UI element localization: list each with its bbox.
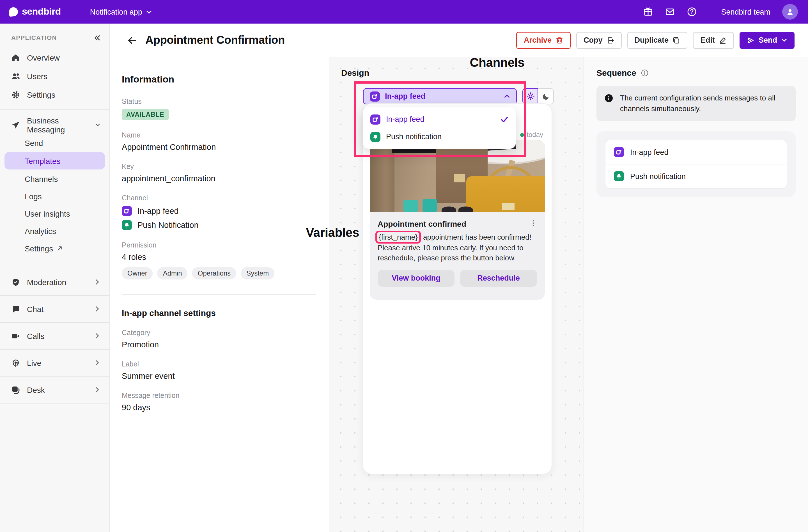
duplicate-label: Duplicate [634, 36, 668, 44]
key-value: appointment_confirmation [122, 174, 315, 183]
info-icon [641, 69, 649, 77]
back-button[interactable] [127, 35, 137, 45]
sendbird-logo-icon [8, 7, 18, 17]
sidebar-item-overview[interactable]: Overview [0, 48, 109, 67]
edit-button[interactable]: Edit [693, 32, 734, 49]
chevron-right-icon [94, 333, 100, 339]
archive-button[interactable]: Archive [516, 32, 571, 49]
section-divider [122, 294, 316, 295]
sidebar-item-calls[interactable]: Calls [0, 323, 109, 349]
in-app-feed-icon [122, 206, 132, 216]
body-text: appointment has been confirmed! [421, 233, 531, 241]
photo-shape [403, 200, 418, 212]
sidebar-item-label: Templates [25, 156, 60, 165]
user-icon [786, 7, 794, 16]
edit-label: Edit [700, 36, 715, 44]
role-chip: System [241, 267, 274, 279]
light-mode-button[interactable] [522, 88, 538, 104]
menu-item-in-app-feed[interactable]: In-app feed [363, 111, 516, 128]
dark-mode-button[interactable] [538, 88, 554, 104]
sidebar-item-label: Channels [25, 174, 58, 183]
theme-toggle [522, 88, 554, 104]
help-button[interactable] [687, 7, 697, 17]
category-label: Category [122, 329, 315, 337]
sidebar-item-logs[interactable]: Logs [0, 187, 109, 205]
sidebar-item-label: Moderation [27, 277, 66, 287]
kebab-icon [530, 219, 537, 227]
channel-dropdown[interactable]: In-app feed [363, 88, 517, 104]
sidebar-item-chat[interactable]: Chat [0, 296, 109, 322]
channel-value: In-app feed [137, 206, 179, 216]
notification-body: {first_name} appointment has been confir… [378, 232, 537, 263]
gear-icon [11, 90, 20, 99]
photo-shape [458, 206, 473, 212]
sidebar-item-moderation[interactable]: Moderation [0, 269, 109, 295]
preview-photo [370, 140, 545, 212]
sidebar-divider [0, 109, 109, 110]
sidebar-item-settings[interactable]: Settings [0, 85, 109, 104]
sidebar-item-desk[interactable]: Desk [0, 377, 109, 403]
brand: sendbird [9, 6, 61, 17]
chevron-up-icon [504, 93, 510, 99]
label-value: Summer event [122, 371, 315, 381]
in-app-feed-icon [370, 114, 381, 124]
sidebar-item-label: Settings [27, 90, 55, 99]
avatar[interactable] [782, 4, 798, 20]
view-booking-button[interactable]: View booking [378, 270, 455, 287]
channel-value: Push Notification [137, 221, 199, 230]
app-selector[interactable]: Notification app [87, 7, 156, 17]
channel-label: Channel [122, 194, 315, 202]
sidebar-collapse-button[interactable] [93, 34, 100, 41]
design-panel-label: Design [341, 68, 369, 77]
sequence-channel-in-app-feed: In-app feed [605, 140, 787, 164]
inbox-button[interactable] [665, 7, 675, 17]
send-button[interactable]: Send [739, 32, 794, 49]
push-notification-icon [122, 220, 132, 230]
sidebar-item-label: Calls [27, 331, 44, 341]
sidebar-item-templates[interactable]: Templates [4, 152, 105, 169]
chevron-down-icon [95, 122, 100, 128]
date-label: today [527, 131, 543, 139]
shield-icon [11, 277, 20, 287]
status-field: Status AVAILABLE [122, 98, 315, 120]
pencil-icon [719, 36, 727, 44]
photo-shape [423, 199, 437, 212]
sidebar-item-label: Logs [25, 191, 42, 201]
chevron-down-icon [146, 9, 152, 15]
key-field: Key appointment_confirmation [122, 163, 315, 183]
menu-item-push-notification[interactable]: Push notification [363, 128, 516, 145]
reschedule-button[interactable]: Reschedule [460, 270, 537, 287]
sequence-channel-push-notification: Push notification [605, 164, 787, 188]
video-camera-icon [11, 331, 20, 341]
sidebar-item-users[interactable]: Users [0, 67, 109, 85]
label-field: Label Summer event [122, 360, 315, 381]
chat-bubble-icon [11, 305, 20, 313]
topbar-right: Sendbird team [643, 4, 798, 20]
key-label: Key [122, 163, 315, 170]
sidebar-item-send[interactable]: Send [0, 134, 109, 151]
notification-title: Appointment confirmed [378, 219, 466, 228]
users-icon [11, 72, 20, 80]
sidebar-item-user-insights[interactable]: User insights [0, 205, 109, 222]
sidebar-item-channels[interactable]: Channels [0, 170, 109, 187]
chevron-down-icon [781, 37, 787, 43]
sidebar-item-analytics[interactable]: Analytics [0, 222, 109, 240]
sidebar-item-label: User insights [25, 209, 70, 218]
duplicate-button[interactable]: Duplicate [627, 32, 687, 49]
in-app-settings-title: In-app channel settings [122, 308, 315, 318]
kebab-menu-button[interactable] [530, 219, 537, 227]
date-separator: today [520, 131, 543, 139]
whats-new-button[interactable] [643, 7, 653, 17]
sidebar-item-live[interactable]: Live [0, 350, 109, 376]
name-field: Name Appointment Confirmation [122, 131, 315, 151]
copy-button[interactable]: Copy [576, 32, 622, 49]
sidebar-item-bm-settings[interactable]: Settings [0, 240, 109, 257]
app-selector-label: Notification app [90, 7, 142, 16]
sequence-channel-list: In-app feed Push notification [596, 131, 796, 197]
archive-label: Archive [524, 36, 552, 44]
sidebar-item-label: Live [27, 358, 41, 367]
photo-shape [370, 140, 394, 212]
sun-icon [526, 92, 534, 100]
sidebar-item-business-messaging[interactable]: Business Messaging [0, 116, 109, 134]
sidebar-item-label: Chat [27, 305, 43, 313]
